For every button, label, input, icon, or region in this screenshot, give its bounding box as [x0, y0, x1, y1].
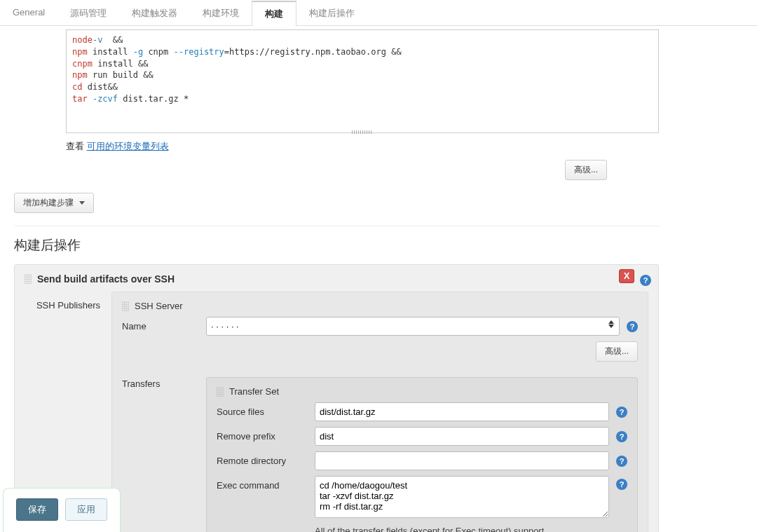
help-icon[interactable]: ? — [627, 321, 638, 332]
remove-prefix-input[interactable] — [315, 427, 609, 446]
transfer-note: All of the transfer fields (except for E… — [315, 526, 627, 532]
remote-directory-label: Remote directory — [217, 456, 308, 466]
footer-bar: 保存 应用 — [3, 488, 121, 532]
save-button[interactable]: 保存 — [16, 498, 58, 521]
exec-command-textarea[interactable] — [315, 476, 609, 518]
transfers-label: Transfers — [122, 371, 199, 389]
drag-grip-icon[interactable] — [122, 301, 129, 311]
remote-directory-input[interactable] — [315, 451, 609, 470]
view-label: 查看 — [66, 141, 87, 151]
delete-step-button[interactable]: X — [619, 269, 634, 283]
ssh-server-select[interactable]: · · · · · · — [206, 317, 620, 336]
code-resizer-icon[interactable] — [352, 130, 373, 134]
tab-General[interactable]: General — [0, 0, 57, 25]
ssh-advanced-button[interactable]: 高级... — [596, 341, 638, 362]
name-label: Name — [122, 321, 199, 332]
remove-prefix-label: Remove prefix — [217, 431, 308, 442]
shell-code[interactable]: node-v && npm install -g cnpm --registry… — [66, 29, 659, 133]
tab-构建环境[interactable]: 构建环境 — [190, 0, 252, 25]
chevron-down-icon — [79, 201, 85, 205]
content: node-v && npm install -g cnpm --registry… — [0, 29, 673, 532]
ssh-panel-header: Send build artifacts over SSH — [25, 273, 648, 285]
transfer-set-panel: Transfer Set Source files ? Remove prefi… — [206, 377, 638, 532]
ssh-server-header: SSH Server — [122, 301, 638, 311]
config-tabs: General源码管理构建触发器构建环境构建构建后操作 — [0, 0, 757, 26]
drag-grip-icon[interactable] — [217, 387, 224, 397]
tab-构建[interactable]: 构建 — [252, 1, 296, 26]
tab-构建触发器[interactable]: 构建触发器 — [119, 0, 190, 25]
source-files-label: Source files — [217, 407, 308, 417]
help-icon[interactable]: ? — [640, 275, 651, 286]
env-vars-link[interactable]: 可用的环境变量列表 — [87, 141, 169, 151]
add-build-step-label: 增加构建步骤 — [23, 197, 74, 209]
apply-button[interactable]: 应用 — [65, 498, 107, 521]
help-icon[interactable]: ? — [616, 407, 627, 418]
exec-command-label: Exec command — [217, 476, 308, 491]
divider — [14, 226, 659, 226]
help-icon[interactable]: ? — [616, 479, 627, 490]
transfer-set-header: Transfer Set — [217, 386, 627, 397]
drag-grip-icon[interactable] — [25, 274, 32, 284]
ssh-server-panel: SSH Server Name · · · · · · ? 高级... Tran… — [111, 292, 648, 532]
tab-构建后操作[interactable]: 构建后操作 — [296, 0, 367, 25]
env-vars-link-row: 查看 可用的环境变量列表 — [66, 140, 659, 153]
tab-源码管理[interactable]: 源码管理 — [57, 0, 119, 25]
ssh-panel-title: Send build artifacts over SSH — [37, 273, 175, 285]
help-icon[interactable]: ? — [616, 431, 627, 442]
help-icon[interactable]: ? — [616, 456, 627, 467]
source-files-input[interactable] — [315, 402, 609, 421]
add-build-step-button[interactable]: 增加构建步骤 — [14, 193, 94, 213]
post-build-title: 构建后操作 — [14, 236, 659, 254]
advanced-button[interactable]: 高级... — [565, 160, 607, 180]
